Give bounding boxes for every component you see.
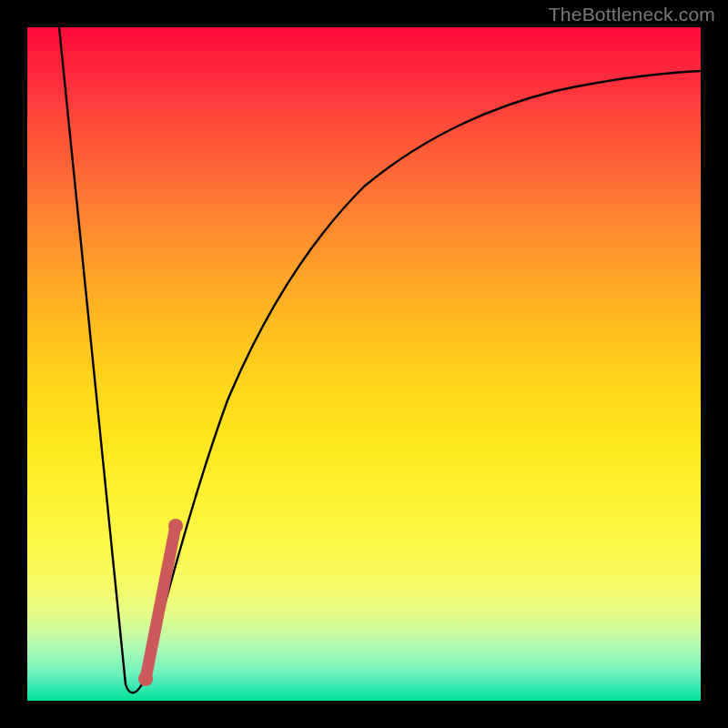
marker-end-bottom	[138, 672, 153, 686]
chart-frame: TheBottleneck.com	[0, 0, 728, 728]
marker-line	[146, 526, 176, 679]
watermark-text: TheBottleneck.com	[549, 4, 715, 25]
plot-area	[27, 27, 701, 701]
marker-end-top	[168, 519, 183, 533]
bottleneck-curve	[59, 27, 701, 693]
chart-svg	[27, 27, 701, 701]
